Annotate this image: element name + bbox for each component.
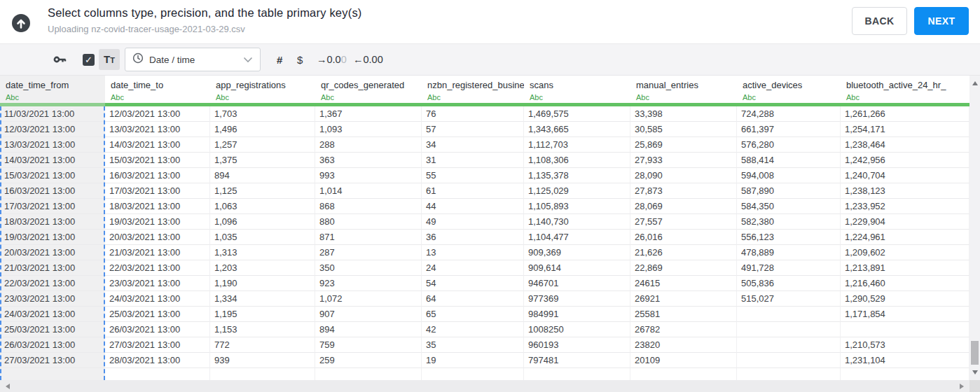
scroll-up-icon[interactable] (972, 81, 978, 85)
column-type-dropdown[interactable]: Date / time (125, 48, 261, 71)
cell[interactable]: 1,334 (210, 291, 315, 307)
cell[interactable]: 923 (315, 276, 422, 291)
cell[interactable]: 64 (422, 291, 524, 307)
cell[interactable]: 23820 (630, 337, 737, 353)
cell[interactable]: 1,229,904 (841, 214, 969, 230)
back-button[interactable]: BACK (852, 7, 907, 35)
cell[interactable]: 20/03/2021 13:00 (0, 245, 105, 260)
cell[interactable]: 1,093 (315, 122, 422, 137)
cell[interactable]: 1,233,952 (841, 199, 969, 214)
cell[interactable]: 1,238,123 (841, 183, 969, 199)
cell[interactable]: 350 (315, 260, 422, 276)
cell[interactable]: 27,933 (630, 153, 737, 168)
cell[interactable]: 582,380 (737, 214, 841, 230)
cell[interactable] (737, 307, 841, 322)
cell[interactable]: 26,016 (630, 230, 737, 245)
cell[interactable]: 28,090 (630, 168, 737, 183)
column-header-nzbn_registered_busine[interactable]: nzbn_registered_busineAbc (422, 76, 524, 106)
decrease-precision-button[interactable]: →0.00 (317, 44, 347, 75)
vertical-scrollbar-thumb[interactable] (971, 341, 979, 365)
include-column-checkbox[interactable]: ✓ (83, 54, 95, 66)
scroll-left-icon[interactable] (6, 384, 10, 389)
cell[interactable]: 25/03/2021 13:00 (0, 322, 105, 337)
cell[interactable]: 1,140,730 (524, 214, 630, 230)
cell[interactable]: 1,014 (315, 183, 422, 199)
cell[interactable]: 15/03/2021 13:00 (0, 168, 105, 183)
cell[interactable]: 576,280 (737, 137, 841, 153)
cell[interactable]: 587,890 (737, 183, 841, 199)
cell[interactable] (105, 368, 210, 380)
column-header-date_time_from[interactable]: date_time_fromAbc (0, 76, 105, 106)
cell[interactable]: 26921 (630, 291, 737, 307)
cell[interactable] (524, 368, 630, 380)
cell[interactable]: 1,240,704 (841, 168, 969, 183)
cell[interactable]: 19/03/2021 13:00 (105, 214, 210, 230)
cell[interactable]: 34 (422, 137, 524, 153)
scroll-down-icon[interactable] (972, 370, 978, 374)
cell[interactable] (841, 368, 969, 380)
cell[interactable]: 20109 (630, 353, 737, 368)
cell[interactable]: 797481 (524, 353, 630, 368)
cell[interactable]: 12/03/2021 13:00 (105, 106, 210, 122)
cell[interactable]: 20/03/2021 13:00 (105, 230, 210, 245)
cell[interactable]: 57 (422, 122, 524, 137)
scroll-right-icon[interactable] (960, 384, 964, 389)
cell[interactable]: 1,224,961 (841, 230, 969, 245)
cell[interactable]: 1,096 (210, 214, 315, 230)
cell[interactable]: 65 (422, 307, 524, 322)
cell[interactable]: 724,288 (737, 106, 841, 122)
cell[interactable]: 17/03/2021 13:00 (105, 183, 210, 199)
cell[interactable]: 76 (422, 106, 524, 122)
cell[interactable]: 26/03/2021 13:00 (0, 337, 105, 353)
cell[interactable]: 880 (315, 214, 422, 230)
cell[interactable]: 25581 (630, 307, 737, 322)
cell[interactable]: 1,112,703 (524, 137, 630, 153)
cell[interactable]: 25,869 (630, 137, 737, 153)
column-header-bluetooth_active_24_hr_[interactable]: bluetooth_active_24_hr_Abc (841, 76, 969, 106)
cell[interactable]: 661,397 (737, 122, 841, 137)
cell[interactable]: 588,414 (737, 153, 841, 168)
vertical-scrollbar[interactable] (969, 76, 980, 380)
cell[interactable]: 27,557 (630, 214, 737, 230)
cell[interactable]: 28/03/2021 13:00 (105, 353, 210, 368)
cell[interactable]: 1,216,460 (841, 276, 969, 291)
cell[interactable]: 14/03/2021 13:00 (0, 153, 105, 168)
cell[interactable]: 1,367 (315, 106, 422, 122)
cell[interactable] (737, 368, 841, 380)
cell[interactable]: 21,626 (630, 245, 737, 260)
cell[interactable]: 1,135,378 (524, 168, 630, 183)
cell[interactable]: 1,203 (210, 260, 315, 276)
cell[interactable] (630, 368, 737, 380)
cell[interactable]: 1,104,477 (524, 230, 630, 245)
cell[interactable]: 1,190 (210, 276, 315, 291)
cell[interactable] (737, 353, 841, 368)
number-type-button[interactable]: # (277, 44, 282, 75)
cell[interactable]: 1,105,893 (524, 199, 630, 214)
cell[interactable]: 22,869 (630, 260, 737, 276)
cell[interactable]: 1,072 (315, 291, 422, 307)
cell[interactable]: 584,350 (737, 199, 841, 214)
cell[interactable]: 17/03/2021 13:00 (0, 199, 105, 214)
cell[interactable]: 894 (210, 168, 315, 183)
cell[interactable]: 1,153 (210, 322, 315, 337)
cell[interactable]: 907 (315, 307, 422, 322)
column-header-app_registrations[interactable]: app_registrationsAbc (210, 76, 315, 106)
cell[interactable]: 44 (422, 199, 524, 214)
cell[interactable]: 288 (315, 137, 422, 153)
cell[interactable]: 1008250 (524, 322, 630, 337)
cell[interactable]: 1,261,266 (841, 106, 969, 122)
cell[interactable]: 30,585 (630, 122, 737, 137)
cell[interactable]: 19 (422, 353, 524, 368)
cell[interactable]: 27/03/2021 13:00 (105, 337, 210, 353)
cell[interactable]: 1,125 (210, 183, 315, 199)
cell[interactable]: 1,254,171 (841, 122, 969, 137)
cell[interactable]: 21/03/2021 13:00 (105, 245, 210, 260)
cell[interactable]: 1,290,529 (841, 291, 969, 307)
cell[interactable]: 363 (315, 153, 422, 168)
cell[interactable]: 25/03/2021 13:00 (105, 307, 210, 322)
cell[interactable]: 54 (422, 276, 524, 291)
cell[interactable]: 1,063 (210, 199, 315, 214)
cell[interactable]: 594,008 (737, 168, 841, 183)
column-header-qr_codes_generated[interactable]: qr_codes_generatedAbc (315, 76, 422, 106)
cell[interactable]: 868 (315, 199, 422, 214)
